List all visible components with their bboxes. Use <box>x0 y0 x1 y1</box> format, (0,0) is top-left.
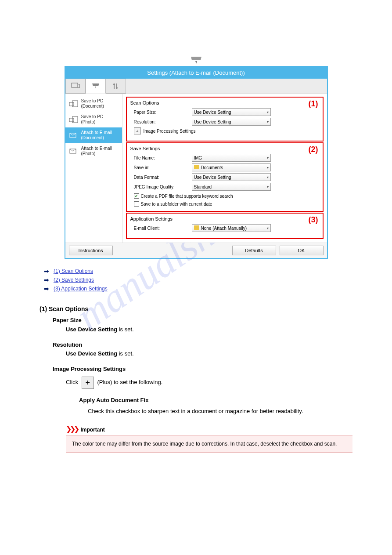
sidebar-item-save-pc-doc[interactable]: Save to PC(Document) <box>65 96 122 112</box>
main-panel: (1) Scan Options Paper Size: Use Device … <box>122 94 327 243</box>
resolution-value-text: Use Device Setting <box>66 350 117 357</box>
img-proc-pre-text: Click <box>66 379 80 385</box>
paper-size-subheading: Paper Size <box>53 317 82 323</box>
email-client-select[interactable]: None (Attach Manually)▾ <box>192 224 271 232</box>
email-doc-icon <box>69 131 79 139</box>
scan-options-title: Scan Options <box>130 100 319 105</box>
sidebar: Save to PC(Document) Save to PC(Photo) A… <box>65 94 122 243</box>
save-in-label: Save in: <box>130 165 192 170</box>
tab-computer[interactable] <box>65 79 86 94</box>
application-settings-title: Application Settings <box>130 216 319 221</box>
arrow-icon: ➡ <box>44 285 49 292</box>
subfolder-date-checkbox[interactable] <box>134 201 139 207</box>
save-settings-section: (2) Save Settings File Name: IMG▾ Save i… <box>126 142 324 212</box>
save-settings-title: Save Settings <box>130 146 319 151</box>
save-doc-icon <box>69 100 79 108</box>
svg-rect-0 <box>72 83 78 87</box>
pdf-keyword-checkbox[interactable]: ✔ <box>134 193 139 199</box>
instructions-button[interactable]: Instructions <box>69 246 113 255</box>
image-processing-subheading: Image Processing Settings <box>53 366 126 372</box>
data-format-select[interactable]: Use Device Setting▾ <box>192 173 271 181</box>
email-photo-icon <box>69 147 79 155</box>
save-in-select[interactable]: Documents▾ <box>192 163 271 171</box>
paper-size-select[interactable]: Use Device Setting▾ <box>192 108 271 116</box>
chevron-down-icon: ▾ <box>267 156 269 160</box>
tab-tools[interactable] <box>106 79 126 94</box>
data-format-label: Data Format: <box>130 175 192 180</box>
svg-rect-8 <box>69 118 74 122</box>
chevron-down-icon: ▾ <box>267 110 269 114</box>
ok-button[interactable]: OK <box>280 246 324 255</box>
defaults-button[interactable]: Defaults <box>232 246 276 255</box>
file-name-label: File Name: <box>130 156 192 160</box>
scan-options-section: (1) Scan Options Paper Size: Use Device … <box>126 97 324 141</box>
resolution-select[interactable]: Use Device Setting▾ <box>192 118 271 126</box>
scanner-icon <box>189 55 203 65</box>
folder-icon <box>194 165 199 169</box>
apply-auto-fix-subheading: Apply Auto Document Fix <box>79 397 148 403</box>
section-label-1: (1) <box>309 99 318 109</box>
img-proc-post-text: (Plus) to set the following. <box>97 379 162 385</box>
sidebar-item-email-photo[interactable]: Attach to E-mail(Photo) <box>65 143 122 159</box>
expand-image-processing-button[interactable]: + <box>134 127 141 134</box>
tab-strip <box>65 79 327 94</box>
dialog-title: Settings (Attach to E-mail (Document)) <box>65 67 327 79</box>
link-application-settings[interactable]: (3) Application Settings <box>54 286 108 292</box>
plus-icon: + <box>82 377 94 389</box>
arrow-icon: ➡ <box>44 276 49 283</box>
sidebar-item-save-pc-photo[interactable]: Save to PC(Photo) <box>65 112 122 127</box>
section-links: ➡ (1) Scan Options ➡ (2) Save Settings ➡… <box>44 268 374 292</box>
link-save-settings[interactable]: (2) Save Settings <box>54 277 94 283</box>
settings-dialog: Settings (Attach to E-mail (Document)) S… <box>65 66 328 259</box>
chevron-down-icon: ▾ <box>267 120 269 124</box>
application-settings-section: (3) Application Settings E-mail Client: … <box>126 213 324 239</box>
email-client-label: E-mail Client: <box>130 226 192 231</box>
dialog-footer: Instructions Defaults OK <box>65 243 327 258</box>
save-photo-icon <box>69 116 79 123</box>
resolution-suffix: is set. <box>117 350 134 357</box>
pdf-keyword-label: Create a PDF file that supports keyword … <box>141 194 233 199</box>
chevron-down-icon: ▾ <box>267 185 269 189</box>
important-icon: ❯❯❯ Important <box>66 425 374 433</box>
app-icon <box>194 225 199 230</box>
svg-point-4 <box>116 87 118 89</box>
scan-options-heading: (1) Scan Options <box>40 305 352 312</box>
apply-auto-fix-text: Check this checkbox to sharpen text in a… <box>88 407 352 416</box>
sidebar-item-email-doc[interactable]: Attach to E-mail(Document) <box>65 127 122 143</box>
image-processing-label: Image Processing Settings <box>144 129 196 134</box>
subfolder-date-label: Save to a subfolder with current date <box>141 202 212 207</box>
section-label-3: (3) <box>309 215 318 225</box>
svg-point-3 <box>113 83 115 85</box>
important-note: The color tone may differ from the sourc… <box>66 435 352 453</box>
file-name-select[interactable]: IMG▾ <box>192 154 271 162</box>
paper-size-label: Paper Size: <box>130 110 192 115</box>
tab-scanner[interactable] <box>86 79 106 94</box>
link-scan-options[interactable]: (1) Scan Options <box>54 268 93 274</box>
paper-size-suffix: is set. <box>117 326 134 333</box>
chevron-down-icon: ▾ <box>267 226 269 230</box>
svg-rect-6 <box>69 102 74 106</box>
section-label-2: (2) <box>309 145 318 154</box>
paper-size-value-text: Use Device Setting <box>66 326 117 333</box>
chevron-down-icon: ▾ <box>267 175 269 179</box>
arrow-icon: ➡ <box>44 268 49 275</box>
jpeg-quality-select[interactable]: Standard▾ <box>192 183 271 191</box>
jpeg-quality-label: JPEG Image Quality: <box>130 185 192 189</box>
chevron-down-icon: ▾ <box>267 166 269 170</box>
resolution-label: Resolution: <box>130 120 192 124</box>
resolution-subheading: Resolution <box>53 341 82 348</box>
